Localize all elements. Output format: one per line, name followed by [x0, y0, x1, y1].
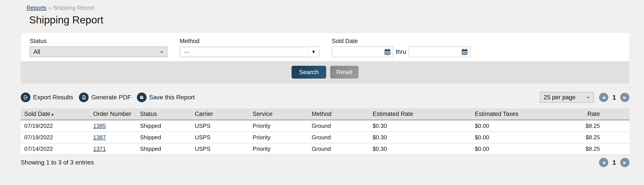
status-label: Status — [30, 38, 167, 44]
filter-panel: Status All Method ▼ — [21, 33, 630, 84]
status-select[interactable]: All — [30, 47, 167, 57]
pager-top: ◀ 1 ▶ — [599, 93, 630, 102]
sold-date-label: Sold Date — [332, 38, 470, 44]
cell-status: Shipped — [140, 143, 195, 155]
thru-label: thru — [396, 48, 406, 55]
breadcrumb: Reports»Shipping Report — [26, 5, 630, 11]
cell-sold-date: 07/19/2022 — [21, 120, 93, 132]
breadcrumb-reports-link[interactable]: Reports — [26, 5, 46, 11]
cell-method: Ground — [312, 132, 372, 143]
cell-method: Ground — [312, 120, 372, 132]
search-button[interactable]: Search — [292, 66, 326, 79]
cell-service: Priority — [252, 120, 312, 132]
current-page: 1 — [612, 94, 616, 101]
save-icon — [137, 93, 146, 102]
prev-page-button[interactable]: ◀ — [599, 158, 608, 167]
order-number-link[interactable]: 1371 — [93, 145, 106, 152]
cell-carrier: USPS — [195, 132, 252, 143]
filter-fields: Status All Method ▼ — [21, 33, 629, 61]
cell-carrier: USPS — [195, 120, 252, 132]
action-links: Export Results PDF Generate PDF — [21, 93, 195, 102]
method-filter: Method ▼ — [180, 38, 319, 57]
export-results-link[interactable]: Export Results — [21, 93, 73, 102]
table-footer: Showing 1 to 3 of 3 entries ◀ 1 ▶ — [21, 158, 630, 167]
next-page-button[interactable]: ▶ — [620, 158, 630, 167]
column-header-service[interactable]: Service — [252, 108, 312, 120]
next-arrow-icon: ▶ — [623, 95, 626, 100]
current-page: 1 — [612, 159, 616, 166]
generate-pdf-label: Generate PDF — [91, 94, 131, 101]
column-header-estimated-taxes[interactable]: Estimated Taxes — [475, 108, 560, 120]
prev-arrow-icon: ◀ — [602, 160, 605, 165]
cell-service: Priority — [252, 143, 312, 155]
cell-status: Shipped — [140, 132, 195, 143]
cell-rate: $8.25 — [560, 120, 630, 132]
per-page-select[interactable]: 25 per page — [540, 92, 594, 103]
method-dropdown-button[interactable]: ▼ — [308, 47, 319, 57]
cell-estimated-taxes: $0.00 — [475, 120, 560, 132]
cell-sold-date: 07/19/2022 — [21, 132, 93, 143]
table-header-row: Sold Date▲ Order Number Status Carrier S… — [21, 108, 630, 120]
column-header-order-number[interactable]: Order Number — [93, 108, 140, 120]
prev-arrow-icon: ◀ — [602, 95, 605, 100]
next-arrow-icon: ▶ — [623, 160, 626, 165]
column-header-method[interactable]: Method — [312, 108, 372, 120]
sort-asc-icon: ▲ — [51, 112, 54, 116]
shipping-report-table: Sold Date▲ Order Number Status Carrier S… — [21, 108, 630, 155]
method-label: Method — [180, 38, 319, 44]
breadcrumb-current: Shipping Report — [53, 5, 94, 11]
cell-service: Priority — [252, 132, 312, 143]
cell-estimated-taxes: $0.00 — [475, 132, 560, 143]
page-container: Reports»Shipping Report Shipping Report … — [0, 0, 644, 167]
cell-rate: $8.25 — [560, 143, 630, 155]
column-header-sold-date[interactable]: Sold Date▲ — [21, 108, 93, 120]
breadcrumb-separator: » — [48, 5, 51, 11]
method-input[interactable] — [180, 48, 308, 56]
order-number-link[interactable]: 1387 — [93, 134, 106, 141]
export-icon — [21, 93, 30, 102]
sold-date-filter: Sold Date — [332, 38, 470, 57]
cell-estimated-taxes: $0.00 — [475, 143, 560, 155]
export-results-label: Export Results — [33, 94, 73, 101]
column-header-estimated-rate[interactable]: Estimated Rate — [372, 108, 475, 120]
prev-page-button[interactable]: ◀ — [599, 93, 608, 102]
dropdown-arrow-icon: ▼ — [312, 49, 316, 55]
pager-bottom: ◀ 1 ▶ — [599, 158, 630, 167]
cell-estimated-rate: $0.30 — [372, 132, 475, 143]
column-header-status[interactable]: Status — [140, 108, 195, 120]
column-header-carrier[interactable]: Carrier — [195, 108, 252, 120]
cell-rate: $8.25 — [560, 132, 630, 143]
calendar-icon[interactable] — [461, 48, 468, 56]
column-header-rate[interactable]: Rate — [560, 108, 630, 120]
order-number-link[interactable]: 1385 — [93, 122, 106, 129]
generate-pdf-link[interactable]: PDF Generate PDF — [79, 93, 131, 102]
table-row: 07/14/2022 1371 Shipped USPS Priority Gr… — [21, 143, 630, 155]
entries-summary: Showing 1 to 3 of 3 entries — [21, 159, 94, 166]
table-row: 07/19/2022 1385 Shipped USPS Priority Gr… — [21, 120, 630, 132]
cell-estimated-rate: $0.30 — [372, 120, 475, 132]
cell-sold-date: 07/14/2022 — [21, 143, 93, 155]
page-title: Shipping Report — [29, 14, 630, 26]
method-combobox[interactable]: ▼ — [180, 47, 319, 57]
status-filter: Status All — [30, 38, 167, 57]
svg-text:PDF: PDF — [82, 98, 85, 99]
toolbar-right: 25 per page ◀ 1 ▶ — [540, 92, 630, 103]
cell-method: Ground — [312, 143, 372, 155]
save-report-label: Save this Report — [149, 94, 195, 101]
cell-carrier: USPS — [195, 143, 252, 155]
cell-status: Shipped — [140, 120, 195, 132]
save-report-link[interactable]: Save this Report — [137, 93, 195, 102]
report-toolbar: Export Results PDF Generate PDF — [21, 92, 630, 103]
pdf-icon: PDF — [79, 93, 88, 102]
next-page-button[interactable]: ▶ — [620, 93, 630, 102]
reset-button[interactable]: Reset — [330, 66, 358, 79]
calendar-icon[interactable] — [384, 48, 391, 56]
cell-estimated-rate: $0.30 — [372, 143, 475, 155]
filter-actions-bar: Search Reset — [21, 61, 629, 83]
table-row: 07/19/2022 1387 Shipped USPS Priority Gr… — [21, 132, 630, 143]
